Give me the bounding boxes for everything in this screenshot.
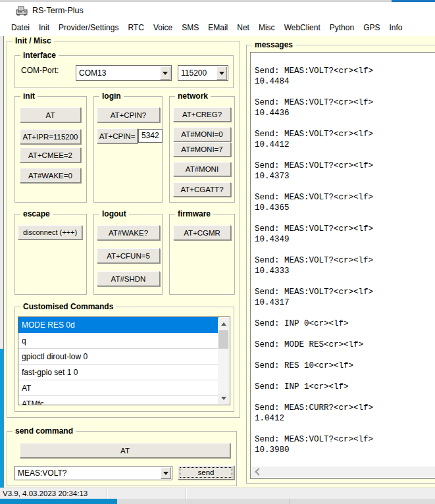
disconnect-button[interactable]: disconnect (+++) (18, 225, 82, 239)
groupbox-init-title: init (20, 91, 38, 101)
background-fragment-blue (0, 499, 117, 504)
messages-hscrollbar[interactable] (251, 466, 435, 477)
chevron-down-icon (221, 397, 226, 403)
menu-info[interactable]: Info (384, 20, 407, 35)
window-title: RS-Term-Plus (32, 6, 84, 15)
command-value: MEAS:VOLT? (18, 468, 66, 478)
at-moni0-button[interactable]: AT#MONI=0 (173, 127, 231, 141)
at-moni-button[interactable]: AT#MONI (173, 162, 231, 176)
chevron-left-icon (255, 468, 262, 475)
groupbox-interface-title: interface (20, 51, 59, 60)
at-cfun-button[interactable]: AT+CFUN=5 (97, 248, 160, 263)
menu-misc[interactable]: Misc (254, 20, 280, 35)
menu-voice[interactable]: Voice (149, 20, 177, 35)
title-bar[interactable]: RS-Term-Plus (0, 2, 435, 19)
list-scrollbar[interactable] (218, 318, 229, 404)
chevron-down-icon (219, 72, 224, 78)
app-window: RS-Term-Plus Datei Init Provider/Setting… (0, 0, 435, 504)
at-shdn-button[interactable]: AT#SHDN (97, 271, 160, 286)
groupbox-escape-title: escape (20, 209, 53, 218)
com-port-dropdown-button[interactable] (160, 66, 170, 80)
command-select[interactable]: MEAS:VOLT? (14, 466, 172, 480)
status-panel-2 (109, 488, 186, 499)
groupbox-firmware-title: firmware (175, 209, 213, 218)
chevron-up-icon (221, 320, 226, 326)
com-port-label: COM-Port: (21, 66, 59, 75)
groupbox-send-command-title: send command (13, 426, 76, 436)
at-ipr-button[interactable]: AT+IPR=115200 (20, 129, 81, 144)
menu-datei[interactable]: Datei (7, 20, 34, 35)
messages-textarea[interactable]: Send: MEAS:VOLT?<cr><lf> 10.4484 Send: M… (250, 52, 435, 479)
list-item[interactable]: fast-gpio set 1 0 (18, 365, 218, 380)
at-cpin-query-button[interactable]: AT+CPIN? (97, 107, 160, 122)
list-item[interactable]: q (18, 333, 218, 349)
status-version-datetime: V3.9, 4.03.2023 20:34:13 (0, 488, 107, 499)
list-item[interactable]: ATMfc (18, 396, 218, 405)
groupbox-logout-title: logout (99, 209, 129, 218)
menu-net[interactable]: Net (232, 20, 254, 35)
messages-text: Send: MEAS:VOLT?<cr><lf> 10.4484 Send: M… (255, 66, 373, 455)
baud-rate-value: 115200 (181, 68, 207, 78)
groupbox-network-title: network (175, 91, 211, 101)
com-port-select[interactable]: COM13 (76, 65, 172, 81)
scrollbar-thumb[interactable] (218, 330, 228, 349)
com-port-value: COM13 (79, 68, 106, 78)
command-dropdown-button[interactable] (161, 467, 171, 479)
left-edge-top (0, 36, 4, 349)
app-icon (16, 5, 28, 16)
list-item[interactable]: gpioctl dirout-low 0 (18, 349, 218, 365)
at-button[interactable]: AT (20, 107, 81, 122)
menu-gps[interactable]: GPS (359, 20, 384, 35)
menu-python[interactable]: Python (325, 20, 359, 35)
menu-webclient[interactable]: WebClient (280, 20, 325, 35)
at-creg-button[interactable]: AT+CREG? (173, 107, 231, 122)
chevron-down-icon (163, 72, 168, 78)
menu-email[interactable]: EMail (203, 20, 232, 35)
at-cpin-set-button[interactable]: AT+CPIN= (97, 128, 138, 143)
at-cgmr-button[interactable]: AT+CGMR (173, 225, 231, 240)
customised-commands-list[interactable]: MODE RES 0d q gpioctl dirout-low 0 fast-… (18, 316, 230, 405)
status-bar: V3.9, 4.03.2023 20:34:13 (0, 488, 435, 499)
groupbox-messages-title: messages (252, 40, 295, 49)
menu-sms[interactable]: SMS (177, 20, 203, 35)
at-wake0-button[interactable]: AT#WAKE=0 (20, 168, 81, 183)
taskbar-fragment (117, 499, 435, 504)
baud-rate-select[interactable]: 115200 (178, 65, 228, 81)
at-cgatt-button[interactable]: AT+CGATT? (173, 182, 231, 197)
pin-input[interactable]: 5342 (138, 129, 163, 143)
send-button[interactable]: send (178, 465, 234, 480)
chevron-down-icon (163, 472, 168, 478)
scroll-down-button[interactable] (218, 393, 229, 404)
send-at-button[interactable]: AT (20, 443, 230, 458)
groupbox-init-misc-title: Init / Misc (13, 36, 54, 45)
menu-bar: Datei Init Provider/Settings RTC Voice S… (0, 19, 435, 36)
baud-rate-dropdown-button[interactable] (217, 66, 227, 80)
list-item[interactable]: AT (18, 380, 218, 396)
groupbox-login-title: login (99, 91, 124, 101)
scroll-up-button[interactable] (218, 318, 229, 328)
left-edge-bottom (0, 349, 4, 504)
menu-provider-settings[interactable]: Provider/Settings (54, 20, 123, 35)
taskbar-divider (290, 499, 290, 504)
at-cmee-button[interactable]: AT+CMEE=2 (20, 147, 81, 163)
menu-rtc[interactable]: RTC (123, 20, 148, 35)
at-moni7-button[interactable]: AT#MONI=7 (173, 142, 231, 157)
at-wake-query-button[interactable]: AT#WAKE? (97, 225, 160, 240)
status-panel-3 (188, 488, 435, 499)
groupbox-customised-commands-title: Customised Commands (20, 302, 116, 311)
list-item[interactable]: MODE RES 0d (18, 317, 218, 333)
menu-init[interactable]: Init (34, 20, 54, 35)
